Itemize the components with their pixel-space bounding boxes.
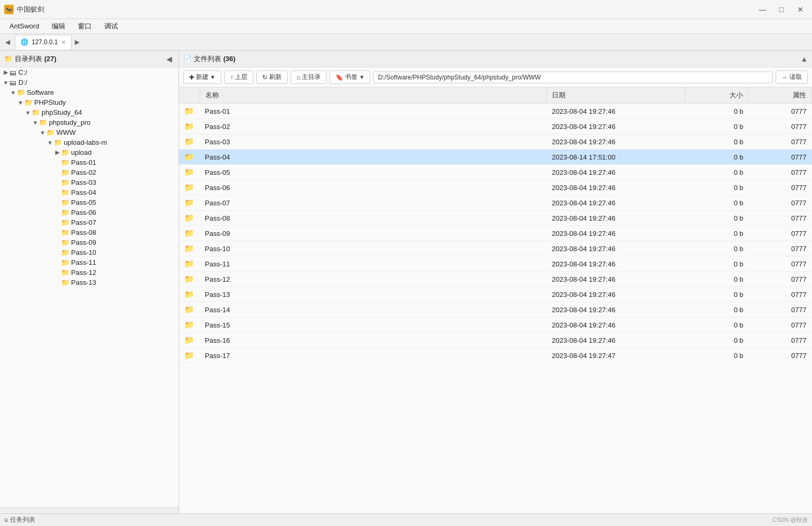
tree-node[interactable]: ▼📁Software bbox=[0, 87, 179, 97]
tree-node[interactable]: ▼📁PHPStudy bbox=[0, 97, 179, 107]
table-row[interactable]: 📁 Pass-08 2023-08-04 19:27:46 0 b 0777 bbox=[179, 211, 812, 226]
tree-node[interactable]: 📁Pass-07 bbox=[0, 217, 179, 227]
close-button[interactable]: ✕ bbox=[793, 4, 808, 15]
tree-node[interactable]: ▼📁phpstudy_pro bbox=[0, 117, 179, 127]
file-name-cell[interactable]: Pass-01 bbox=[200, 104, 547, 119]
menu-edit[interactable]: 编辑 bbox=[46, 20, 71, 33]
table-row[interactable]: 📁 Pass-03 2023-08-04 19:27:46 0 b 0777 bbox=[179, 134, 812, 150]
refresh-button[interactable]: ↻ 刷新 bbox=[256, 71, 288, 84]
maximize-button[interactable]: □ bbox=[774, 4, 789, 15]
right-panel-collapse-button[interactable]: ▲ bbox=[800, 55, 808, 63]
file-name-cell[interactable]: Pass-03 bbox=[200, 134, 547, 150]
tree-node[interactable]: ▶📁upload bbox=[0, 147, 179, 157]
tree-node[interactable]: ▶🖴 C:/ bbox=[0, 67, 179, 77]
tree-node[interactable]: 📁Pass-09 bbox=[0, 237, 179, 247]
tab-item-127[interactable]: 🌐 127.0.0.1 ✕ bbox=[15, 35, 72, 49]
table-row[interactable]: 📁 Pass-10 2023-08-04 19:27:46 0 b 0777 bbox=[179, 241, 812, 256]
table-row[interactable]: 📁 Pass-09 2023-08-04 19:27:46 0 b 0777 bbox=[179, 226, 812, 241]
tree-toggle-icon[interactable]: ▼ bbox=[9, 90, 17, 96]
tree-node[interactable]: 📁Pass-13 bbox=[0, 277, 179, 287]
file-name-cell[interactable]: Pass-05 bbox=[200, 165, 547, 180]
home-button[interactable]: ⌂ 主目录 bbox=[291, 71, 326, 84]
bookmark-button[interactable]: 🔖 书签 ▼ bbox=[330, 71, 370, 84]
tree-node[interactable]: 📁Pass-10 bbox=[0, 247, 179, 257]
tree-toggle-icon[interactable]: ▼ bbox=[17, 100, 24, 106]
new-button[interactable]: ✚ 新建 ▼ bbox=[183, 71, 221, 84]
tree-node[interactable]: 📁Pass-12 bbox=[0, 267, 179, 277]
file-name-cell[interactable]: Pass-16 bbox=[200, 333, 547, 348]
file-name-cell[interactable]: Pass-15 bbox=[200, 317, 547, 333]
table-row[interactable]: 📁 Pass-17 2023-08-04 19:27:47 0 b 0777 bbox=[179, 348, 812, 363]
refresh-label: 刷新 bbox=[269, 73, 282, 82]
directory-tree[interactable]: ▶🖴 C:/▼🖴 D:/▼📁Software▼📁PHPStudy▼📁phpStu… bbox=[0, 67, 179, 507]
menu-debug[interactable]: 调试 bbox=[99, 20, 123, 33]
left-panel-collapse-button[interactable]: ◀ bbox=[164, 54, 174, 64]
tree-node[interactable]: 📁Pass-01 bbox=[0, 157, 179, 167]
file-name-cell[interactable]: Pass-06 bbox=[200, 180, 547, 195]
tree-node[interactable]: 📁Pass-05 bbox=[0, 197, 179, 207]
folder-icon: 📁 bbox=[184, 259, 194, 268]
table-row[interactable]: 📁 Pass-07 2023-08-04 19:27:46 0 b 0777 bbox=[179, 195, 812, 211]
table-row[interactable]: 📁 Pass-02 2023-08-04 19:27:46 0 b 0777 bbox=[179, 119, 812, 134]
file-date-cell: 2023-08-04 19:27:46 bbox=[547, 317, 686, 333]
table-row[interactable]: 📁 Pass-13 2023-08-04 19:27:46 0 b 0777 bbox=[179, 287, 812, 302]
table-row[interactable]: 📁 Pass-12 2023-08-04 19:27:46 0 b 0777 bbox=[179, 272, 812, 287]
tab-close-button[interactable]: ✕ bbox=[61, 39, 66, 46]
tree-toggle-icon[interactable]: ▼ bbox=[24, 110, 32, 116]
file-name-cell[interactable]: Pass-07 bbox=[200, 195, 547, 211]
read-button[interactable]: → 读取 bbox=[776, 71, 808, 84]
tree-node[interactable]: 📁Pass-11 bbox=[0, 257, 179, 267]
table-row[interactable]: 📁 Pass-06 2023-08-04 19:27:46 0 b 0777 bbox=[179, 180, 812, 195]
tab-prev-button[interactable]: ◀ bbox=[2, 35, 13, 49]
left-panel-title: 目录列表 bbox=[15, 54, 42, 64]
col-size[interactable]: 大小 bbox=[686, 87, 749, 104]
tab-next-button[interactable]: ▶ bbox=[72, 35, 82, 49]
table-row[interactable]: 📁 Pass-04 2023-08-14 17:51:00 0 b 0777 bbox=[179, 150, 812, 165]
tree-toggle-icon[interactable]: ▶ bbox=[2, 69, 9, 76]
tree-node[interactable]: 📁Pass-02 bbox=[0, 167, 179, 177]
tree-node[interactable]: ▼📁phpStudy_64 bbox=[0, 107, 179, 117]
up-button[interactable]: ↑ 上层 bbox=[224, 71, 253, 84]
file-date-cell: 2023-08-04 19:27:46 bbox=[547, 302, 686, 317]
tree-node[interactable]: ▼📁WWW bbox=[0, 127, 179, 137]
table-row[interactable]: 📁 Pass-16 2023-08-04 19:27:46 0 b 0777 bbox=[179, 333, 812, 348]
tree-toggle-icon[interactable]: ▼ bbox=[39, 130, 46, 136]
tree-node[interactable]: ▼🖴 D:/ bbox=[0, 77, 179, 87]
table-row[interactable]: 📁 Pass-14 2023-08-04 19:27:46 0 b 0777 bbox=[179, 302, 812, 317]
col-name[interactable]: 名称 bbox=[200, 87, 547, 104]
tree-horizontal-scrollbar[interactable] bbox=[0, 507, 179, 513]
minimize-button[interactable]: — bbox=[755, 4, 770, 15]
file-name-cell[interactable]: Pass-02 bbox=[200, 119, 547, 134]
file-name-cell[interactable]: Pass-10 bbox=[200, 241, 547, 256]
file-name-cell[interactable]: Pass-04 bbox=[200, 150, 547, 165]
table-row[interactable]: 📁 Pass-11 2023-08-04 19:27:46 0 b 0777 bbox=[179, 256, 812, 272]
menu-window[interactable]: 窗口 bbox=[73, 20, 97, 33]
folder-icon: 📁 bbox=[184, 122, 194, 131]
tree-toggle-icon[interactable]: ▶ bbox=[54, 149, 61, 156]
col-date[interactable]: 日期 bbox=[547, 87, 686, 104]
file-name-cell[interactable]: Pass-13 bbox=[200, 287, 547, 302]
tree-node[interactable]: 📁Pass-03 bbox=[0, 177, 179, 187]
file-table-wrapper[interactable]: 名称 日期 大小 属性 📁 Pass-01 2023-08-04 19:27:4… bbox=[179, 87, 812, 513]
table-row[interactable]: 📁 Pass-15 2023-08-04 19:27:46 0 b 0777 bbox=[179, 317, 812, 333]
table-row[interactable]: 📁 Pass-05 2023-08-04 19:27:46 0 b 0777 bbox=[179, 165, 812, 180]
menu-antsword[interactable]: AntSword bbox=[4, 21, 44, 32]
tree-node[interactable]: 📁Pass-06 bbox=[0, 207, 179, 217]
tree-toggle-icon[interactable]: ▼ bbox=[46, 140, 54, 146]
file-name-cell[interactable]: Pass-17 bbox=[200, 348, 547, 363]
file-icon-cell: 📁 bbox=[179, 211, 200, 226]
tree-node[interactable]: ▼📁upload-labs-m bbox=[0, 137, 179, 147]
tree-toggle-icon[interactable]: ▼ bbox=[32, 120, 39, 126]
file-name-cell[interactable]: Pass-08 bbox=[200, 211, 547, 226]
file-name-cell[interactable]: Pass-12 bbox=[200, 272, 547, 287]
task-list-area[interactable]: ≡ 任务列表 bbox=[4, 515, 35, 524]
path-input[interactable] bbox=[373, 72, 773, 83]
col-attr[interactable]: 属性 bbox=[749, 87, 812, 104]
tree-node[interactable]: 📁Pass-04 bbox=[0, 187, 179, 197]
table-row[interactable]: 📁 Pass-01 2023-08-04 19:27:46 0 b 0777 bbox=[179, 104, 812, 119]
file-name-cell[interactable]: Pass-09 bbox=[200, 226, 547, 241]
tree-node[interactable]: 📁Pass-08 bbox=[0, 227, 179, 237]
file-name-cell[interactable]: Pass-14 bbox=[200, 302, 547, 317]
tree-toggle-icon[interactable]: ▼ bbox=[2, 80, 9, 86]
file-name-cell[interactable]: Pass-11 bbox=[200, 256, 547, 272]
